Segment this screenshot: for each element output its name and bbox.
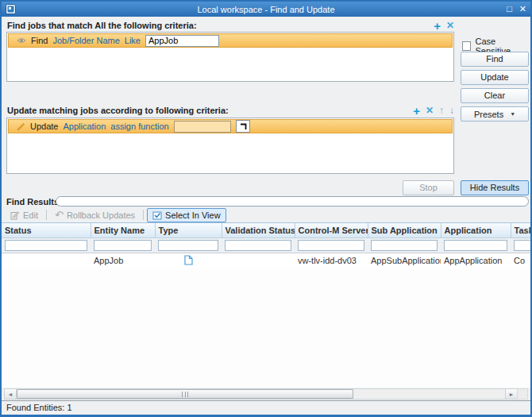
filter-input-task[interactable] xyxy=(514,240,532,251)
update-row-action-label: Update xyxy=(30,122,58,131)
cell-type xyxy=(155,253,222,268)
cell-application: AppApplication xyxy=(441,253,511,268)
maximize-button[interactable]: □ xyxy=(507,4,512,14)
eye-icon xyxy=(17,37,26,44)
select-in-view-label: Select In View xyxy=(165,210,221,220)
find-row-operator-label[interactable]: Like xyxy=(125,36,141,45)
filter-input-control-m-server[interactable] xyxy=(298,240,364,251)
find-results-progressbar xyxy=(56,196,529,207)
find-criteria-heading: Find jobs that match All the following c… xyxy=(7,21,197,30)
column-header-validation-status[interactable]: Validation Status xyxy=(222,223,295,237)
case-sensitive-checkbox[interactable] xyxy=(462,41,471,51)
column-header-status[interactable]: Status xyxy=(2,223,91,237)
select-in-view-button[interactable]: Select In View xyxy=(147,208,226,222)
column-header-entity-name[interactable]: Entity Name xyxy=(91,223,155,237)
pencil-icon xyxy=(17,122,25,131)
column-header-sub-application[interactable]: Sub Application xyxy=(368,223,441,237)
update-value-input[interactable] xyxy=(174,121,231,133)
job-file-icon xyxy=(184,255,193,265)
filter-input-sub-application[interactable] xyxy=(371,240,438,251)
cell-control-m-server: vw-tlv-idd-dv03 xyxy=(295,253,368,268)
find-row-field-label[interactable]: Job/Folder Name xyxy=(52,36,119,45)
filter-input-application[interactable] xyxy=(444,240,507,251)
rollback-updates-button[interactable]: ↶ Rollback Updates xyxy=(50,208,140,222)
update-criteria-row[interactable]: Update Application assign function xyxy=(8,119,453,133)
edit-button[interactable]: Edit xyxy=(6,208,43,222)
find-row-action-label: Find xyxy=(31,36,48,45)
edit-label: Edit xyxy=(23,210,38,220)
clear-button[interactable]: Clear xyxy=(461,88,529,103)
update-criteria-heading: Update matching jobs according to follow… xyxy=(7,106,229,115)
filter-input-status[interactable] xyxy=(5,240,87,251)
find-criteria-row[interactable]: Find Job/Folder Name Like xyxy=(8,33,453,48)
hide-results-button[interactable]: Hide Results xyxy=(461,180,529,195)
column-header-application[interactable]: Application xyxy=(441,223,511,237)
horizontal-scrollbar[interactable]: ◄ ► xyxy=(4,388,518,400)
function-menu-icon xyxy=(238,122,248,131)
scroll-left-arrow[interactable]: ◄ xyxy=(5,389,17,399)
presets-caret-icon: ▼ xyxy=(510,111,515,117)
filter-input-type[interactable] xyxy=(158,240,218,251)
remove-find-criteria-icon[interactable]: ✕ xyxy=(446,21,454,30)
presets-label: Presets xyxy=(474,110,503,119)
find-results-label: Find Results xyxy=(6,197,59,207)
result-row[interactable]: AppJob vw-tlv-idd-dv03 AppSubApplication… xyxy=(2,253,532,268)
scrollbar-corner xyxy=(517,388,528,400)
found-entities-text: Found Entities: 1 xyxy=(6,403,72,412)
find-and-update-window: Local workspace - Find and Update □ ✕ Fi… xyxy=(0,0,532,417)
move-up-icon[interactable]: ↑ xyxy=(439,106,444,115)
column-header-type[interactable]: Type xyxy=(155,223,222,237)
find-button[interactable]: Find xyxy=(461,52,529,67)
update-button[interactable]: Update xyxy=(461,70,529,85)
edit-icon xyxy=(10,210,20,220)
titlebar[interactable]: Local workspace - Find and Update □ ✕ xyxy=(2,2,530,17)
update-criteria-box: Update Application assign function xyxy=(6,118,454,174)
scrollbar-thumb[interactable] xyxy=(17,389,353,399)
window-title: Local workspace - Find and Update xyxy=(2,5,530,14)
function-menu-button[interactable] xyxy=(236,120,250,133)
rollback-label: Rollback Updates xyxy=(67,210,135,220)
move-down-icon[interactable]: ↓ xyxy=(449,106,454,115)
stop-button[interactable]: Stop xyxy=(403,180,454,195)
rollback-icon: ↶ xyxy=(55,210,64,219)
update-row-operator-label[interactable]: assign function xyxy=(110,122,168,131)
column-header-control-m-server[interactable]: Control-M Server xyxy=(295,223,368,237)
filter-input-validation-status[interactable] xyxy=(225,240,291,251)
results-table: Status Entity Name Type Validation Statu… xyxy=(2,222,532,388)
column-header-task[interactable]: Task xyxy=(511,223,532,237)
add-find-criteria-icon[interactable]: + xyxy=(434,21,441,30)
cell-sub-application: AppSubApplication xyxy=(368,253,441,268)
results-toolbar: Edit ↶ Rollback Updates Select In View xyxy=(2,207,530,222)
cell-entity-name: AppJob xyxy=(91,253,155,268)
find-value-input[interactable] xyxy=(145,35,219,47)
app-icon xyxy=(6,4,16,14)
scrollbar-track[interactable] xyxy=(17,389,505,399)
cell-task: Co xyxy=(511,253,532,268)
find-criteria-box: Find Job/Folder Name Like xyxy=(6,32,454,82)
close-button[interactable]: ✕ xyxy=(519,4,526,14)
toolbar-separator xyxy=(143,210,144,220)
cell-validation-status xyxy=(222,253,295,268)
add-update-criteria-icon[interactable]: + xyxy=(413,106,420,115)
presets-button[interactable]: Presets ▼ xyxy=(461,106,529,122)
filter-input-entity-name[interactable] xyxy=(94,240,152,251)
select-in-view-icon xyxy=(152,210,162,220)
cell-status xyxy=(2,253,91,268)
status-bar: Found Entities: 1 xyxy=(2,400,530,415)
update-row-field-label[interactable]: Application xyxy=(63,122,106,131)
remove-update-criteria-icon[interactable]: ✕ xyxy=(426,106,434,115)
toolbar-separator xyxy=(46,210,47,220)
scrollbar-grip-icon xyxy=(182,392,188,397)
scroll-right-arrow[interactable]: ► xyxy=(505,389,517,399)
